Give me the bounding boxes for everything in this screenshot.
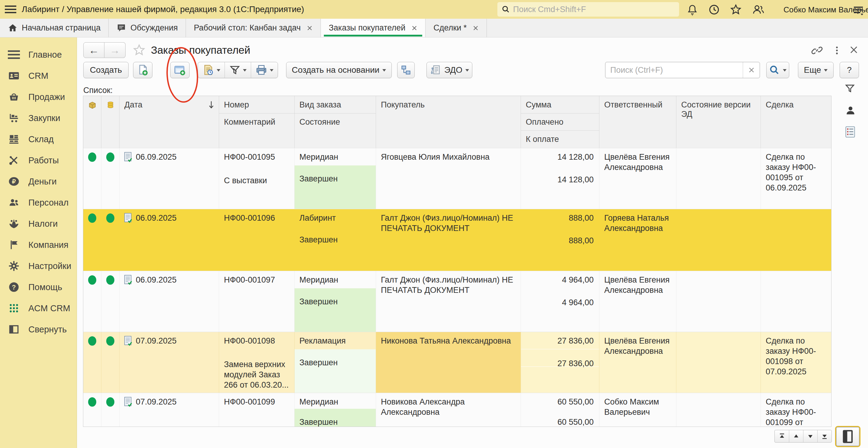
favorite-star-icon[interactable] <box>132 43 146 57</box>
ruble-coin-icon: ₽ <box>8 176 20 187</box>
go-last-button[interactable] <box>817 430 832 442</box>
sidebar-item-sales[interactable]: Продажи <box>0 86 77 108</box>
help-button[interactable]: ? <box>840 62 859 78</box>
shelves-icon <box>8 134 20 145</box>
list-search-box[interactable] <box>605 62 760 78</box>
more-kebab-icon[interactable] <box>832 45 842 56</box>
history-icon[interactable] <box>708 4 720 16</box>
filter-indicator-icon[interactable] <box>844 83 855 94</box>
sidebar-item-warehouse[interactable]: Склад <box>0 129 77 150</box>
responsible-person-icon[interactable] <box>845 105 856 116</box>
list-settings-icon[interactable] <box>845 126 855 138</box>
table-row-highlighted[interactable]: 07.09.2025 НФ00-001098Замена верхних мод… <box>83 332 831 393</box>
ed-version-column-header[interactable]: Состояние версии ЭД <box>676 96 761 148</box>
sidebar-item-settings[interactable]: Настройки <box>0 256 77 276</box>
users-icon[interactable] <box>752 4 765 16</box>
shipment-column-header[interactable] <box>83 96 101 148</box>
payment-status-dot <box>106 213 114 223</box>
shipment-status-dot <box>88 336 96 346</box>
table-row[interactable]: 07.09.2025 НФ00-001099 МеридианЗавершен … <box>83 393 831 427</box>
close-form-icon[interactable] <box>849 45 859 55</box>
tools-icon <box>8 155 20 166</box>
global-search[interactable] <box>497 2 679 17</box>
clear-search-icon[interactable] <box>743 62 760 78</box>
sidebar-item-company[interactable]: Компания <box>0 234 77 256</box>
sidebar-item-crm[interactable]: CRM <box>0 65 77 86</box>
create-based-on-button[interactable]: Создать на основании <box>286 62 392 78</box>
close-icon[interactable] <box>473 25 479 31</box>
create-order-from-card-button[interactable] <box>170 62 189 78</box>
comment-column-header[interactable]: Комментарий <box>224 117 275 127</box>
tab-kanban-desktop[interactable]: Рабочий стол: Канбан задач <box>186 19 321 37</box>
table-row-selected[interactable]: 06.09.2025 НФ00-001096 ЛабиринтЗавершен … <box>83 209 831 271</box>
global-search-input[interactable] <box>513 5 675 14</box>
go-previous-button[interactable] <box>789 430 803 442</box>
date-column-header[interactable]: Дата <box>120 96 219 148</box>
sort-desc-icon <box>208 101 215 109</box>
table-row[interactable]: 06.09.2025 НФ00-001097 МеридианЗавершен … <box>83 271 831 332</box>
customer-column-header[interactable]: Покупатель <box>376 96 521 148</box>
responsible-column-header[interactable]: Ответственный <box>599 96 676 148</box>
sidebar-item-purchases[interactable]: Закупки <box>0 108 77 129</box>
status-cell: Завершен <box>294 227 376 271</box>
sidebar-item-taxes[interactable]: Налоги <box>0 213 77 234</box>
list-search-input[interactable] <box>606 65 743 75</box>
table-row[interactable]: 06.09.2025 НФ00-001095С выставки Меридиа… <box>83 148 831 209</box>
filter-button[interactable] <box>224 62 251 78</box>
payment-column-header[interactable] <box>101 96 120 148</box>
menu-lines-icon <box>8 50 20 60</box>
shipment-status-dot <box>88 275 96 285</box>
question-icon: ? <box>8 282 20 293</box>
shipment-status-dot <box>88 213 96 223</box>
collapse-panel-icon <box>8 324 20 335</box>
back-button[interactable]: ← <box>83 42 104 58</box>
tab-discussions[interactable]: Обсуждения <box>108 19 186 37</box>
more-button[interactable]: Еще <box>798 62 834 78</box>
user-menu-icon[interactable] <box>853 5 864 16</box>
paid-column-header[interactable]: Оплачено <box>526 117 563 127</box>
edo-button[interactable]: ЭДО <box>427 62 472 78</box>
close-icon[interactable] <box>307 25 313 31</box>
report-structure-button[interactable] <box>397 62 415 78</box>
flag-icon <box>8 239 20 250</box>
home-icon <box>8 23 18 33</box>
to-pay-column-header[interactable]: К оплате <box>526 135 559 144</box>
sidebar-item-money[interactable]: ₽ Деньги <box>0 171 77 192</box>
status-column-header[interactable]: Состояние <box>300 117 340 127</box>
close-icon[interactable] <box>411 25 417 31</box>
advanced-search-button[interactable] <box>766 62 789 78</box>
tab-deals[interactable]: Сделки * <box>426 19 487 37</box>
tab-home[interactable]: Начальная страница <box>0 19 108 37</box>
go-first-button[interactable] <box>775 430 789 442</box>
print-button[interactable] <box>251 62 278 78</box>
number-column-header[interactable]: Номер Комментарий <box>219 96 294 148</box>
main-menu-icon[interactable] <box>5 4 16 14</box>
deferred-documents-button[interactable] <box>198 62 224 78</box>
posted-document-icon <box>124 275 133 286</box>
go-next-button[interactable] <box>803 430 817 442</box>
toggle-side-panel-button[interactable] <box>836 427 860 446</box>
deal-column-header[interactable]: Сделка <box>761 96 832 148</box>
sidebar-item-acm-crm[interactable]: ACM CRM <box>0 298 77 319</box>
payment-status-dot <box>106 152 114 162</box>
sidebar-item-works[interactable]: Работы <box>0 150 77 171</box>
copy-document-button[interactable] <box>133 62 152 78</box>
sidebar-item-staff[interactable]: Персонал <box>0 192 77 213</box>
svg-text:₽: ₽ <box>12 178 16 185</box>
link-icon[interactable] <box>811 45 823 56</box>
list-label: Список: <box>83 86 113 95</box>
status-cell: Завершен <box>294 166 376 209</box>
sidebar-item-collapse[interactable]: Свернуть <box>0 319 77 340</box>
sum-column-header[interactable]: Сумма Оплачено К оплате <box>521 96 599 148</box>
discussions-icon <box>117 23 126 33</box>
forward-button[interactable]: → <box>104 42 126 58</box>
tab-customer-orders[interactable]: Заказы покупателей <box>321 19 426 37</box>
shipment-status-dot <box>88 397 96 407</box>
create-button[interactable]: Создать <box>83 62 129 78</box>
sidebar-item-help[interactable]: ? Помощь <box>0 276 77 298</box>
order-type-column-header[interactable]: Вид заказа Состояние <box>294 96 376 148</box>
new-document-icon <box>137 64 149 76</box>
sidebar-item-main[interactable]: Главное <box>0 44 77 65</box>
notifications-bell-icon[interactable] <box>686 4 699 16</box>
favorites-star-icon[interactable] <box>730 4 742 16</box>
